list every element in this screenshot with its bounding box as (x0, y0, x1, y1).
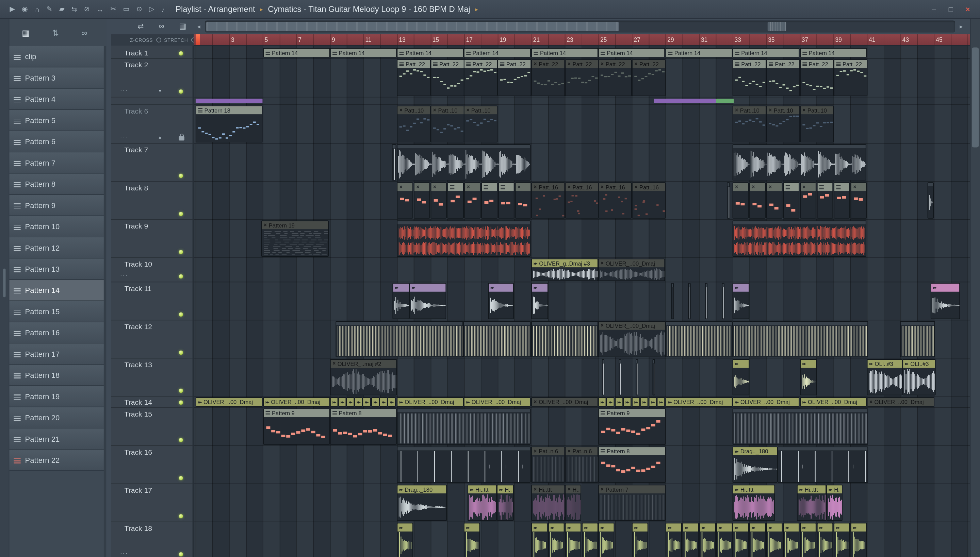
scroll-left-icon[interactable]: ◂ (194, 21, 204, 33)
pattern-item-pattern-14[interactable]: Pattern 14 (10, 280, 104, 301)
clip-muted-icon[interactable]: × (735, 184, 738, 190)
clip-audio-icon[interactable]: ▸▸ (395, 285, 398, 290)
clip-patt-10[interactable]: ×Patt..10 (464, 106, 498, 142)
clip-muted-icon[interactable]: × (601, 487, 604, 492)
track-name[interactable]: Track 12 (124, 323, 152, 331)
clip[interactable] (635, 359, 638, 396)
clip-muted-icon[interactable]: × (735, 107, 738, 113)
pattern-item-pattern-3[interactable]: Pattern 3 (10, 67, 104, 88)
clip-muted-icon[interactable]: × (400, 107, 403, 113)
clip[interactable]: × (464, 182, 481, 219)
clip-menu-icon[interactable] (484, 185, 488, 189)
clip[interactable] (397, 144, 531, 181)
clip-muted-icon[interactable]: × (601, 61, 604, 67)
clip-menu-icon[interactable] (769, 62, 773, 66)
collapsed-track-clip[interactable] (654, 99, 716, 103)
clip-audio-icon[interactable]: ▸▸ (735, 525, 738, 530)
clip-muted-icon[interactable]: × (568, 448, 571, 454)
clip[interactable]: ▸▸ (623, 397, 631, 407)
app-logo-icon[interactable]: ◉ (22, 5, 28, 13)
clip[interactable] (619, 359, 621, 396)
clip[interactable] (602, 359, 604, 396)
clip[interactable] (722, 283, 724, 319)
clip-pattern-7[interactable]: ×Pattern 7 (598, 485, 666, 521)
track-mute-led[interactable] (179, 514, 183, 519)
left-scroll-handle[interactable] (3, 269, 5, 297)
clip-pattern-14[interactable]: Pattern 14 (330, 48, 397, 57)
clip[interactable]: ▸▸ (409, 283, 446, 319)
clip-patt-22[interactable]: Patt..22 (800, 59, 834, 96)
collapsed-tracks-dots[interactable]: ··· (120, 133, 128, 140)
track-header-clip[interactable] (111, 98, 193, 105)
clip-patt-22[interactable]: ×Patt..22 (531, 59, 565, 96)
clip-audio-icon[interactable]: ▸▸ (660, 399, 662, 404)
clip[interactable]: ▸▸ (464, 523, 480, 557)
collapsed-track-clip[interactable] (196, 99, 263, 103)
track-header-track-16[interactable]: Track 16 (111, 446, 193, 484)
patterns-grid-icon[interactable]: ▦ (22, 28, 29, 37)
clip-menu-icon[interactable] (198, 108, 203, 112)
clip-oliver-00-dmaj[interactable]: ▸▸OLIVER_..00_Dmaj (800, 397, 867, 407)
clip-pattern-14[interactable]: Pattern 14 (800, 48, 867, 57)
lock-icon[interactable] (179, 136, 185, 140)
clip-menu-icon[interactable] (332, 411, 337, 415)
clip-menu-icon[interactable] (786, 185, 790, 189)
clip-oliver-00-dmaj[interactable]: ▸▸OLIVER_..00_Dmaj (196, 397, 263, 407)
clip[interactable] (733, 409, 868, 445)
clip-oliver-00-dmaj[interactable]: ▸▸OLIVER_..00_Dmaj (263, 397, 330, 407)
track-header-track-17[interactable]: Track 17 (111, 484, 193, 522)
monitor-speaker-icon[interactable]: ♪ (161, 5, 165, 13)
clip-muted-icon[interactable]: × (534, 184, 537, 190)
track-mute-led[interactable] (179, 400, 183, 404)
clip-patt-22[interactable]: Patt..22 (464, 59, 498, 96)
clip[interactable]: ▸▸ (749, 523, 766, 557)
clip[interactable]: ▸▸ (531, 523, 547, 557)
clip-oliver-00-dmaj[interactable]: ▸▸OLIVER_..00_Dmaj (397, 397, 464, 407)
track-mute-led[interactable] (179, 274, 183, 278)
pattern-item-pattern-6[interactable]: Pattern 6 (10, 131, 104, 152)
clip-muted-icon[interactable]: × (869, 399, 872, 405)
clip-drag-180[interactable]: ▸▸Drag.._180 (397, 485, 447, 521)
clip[interactable] (397, 409, 531, 445)
clip-muted-icon[interactable]: × (534, 61, 537, 67)
clip-menu-icon[interactable] (735, 50, 740, 55)
track-header-track-15[interactable]: Track 15 (111, 408, 193, 446)
clip-audio-icon[interactable]: ▸▸ (382, 399, 384, 404)
track-name[interactable]: Track 1 (124, 49, 149, 57)
clip-hi-ttt[interactable]: ▸▸Hi..ttt (467, 485, 497, 521)
pattern-item-pattern-17[interactable]: Pattern 17 (10, 344, 104, 365)
clip-pattern-14[interactable]: Pattern 14 (733, 48, 800, 57)
zcross-toggle[interactable] (156, 37, 161, 42)
clip-menu-icon[interactable] (332, 50, 337, 55)
clip-audio-icon[interactable]: ▸▸ (769, 525, 771, 530)
clip[interactable] (397, 220, 531, 257)
clip-oliver-00-dmaj[interactable]: ×OLIVER_..00_Dmaj (531, 397, 598, 407)
pattern-item-pattern-7[interactable]: Pattern 7 (10, 152, 104, 173)
minimize-button[interactable]: – (932, 5, 936, 14)
clip-hi-ttt[interactable]: ▸▸Hi..ttt (733, 485, 775, 521)
clip-patt-10[interactable]: ×Patt..10 (397, 106, 430, 142)
clip[interactable] (666, 321, 733, 357)
clip[interactable] (727, 182, 730, 219)
arrange-swap-icon[interactable]: ⇄ (137, 22, 144, 31)
clip[interactable] (397, 446, 531, 483)
clip-pattern-14[interactable]: Pattern 14 (464, 48, 531, 57)
clip-menu-icon[interactable] (501, 185, 505, 189)
clip-muted-icon[interactable]: × (601, 323, 604, 329)
clip-audio-icon[interactable]: ▸▸ (836, 525, 839, 530)
clip[interactable]: ▸▸ (766, 523, 782, 557)
playback-tool-icon[interactable]: ▷ (149, 5, 155, 13)
horizontal-scrollbar-thumb[interactable] (206, 22, 619, 31)
clip-audio-icon[interactable]: ▸▸ (626, 399, 629, 404)
clip-patt-16[interactable]: ×Patt..16 (565, 182, 599, 219)
clip-muted-icon[interactable]: × (534, 448, 537, 454)
breadcrumb-section[interactable]: Playlist - Arrangement (176, 5, 255, 14)
clip-menu-icon[interactable] (466, 62, 470, 66)
clip-audio-icon[interactable]: ▸▸ (400, 399, 402, 404)
pattern-item-pattern-19[interactable]: Pattern 19 (10, 386, 104, 407)
track-name[interactable]: Track 10 (124, 261, 152, 268)
clip-audio-icon[interactable]: ▸▸ (400, 525, 402, 530)
pattern-item-pattern-16[interactable]: Pattern 16 (10, 322, 104, 344)
clip[interactable]: ▸▸ (598, 523, 614, 557)
clip-patt-16[interactable]: ×Patt..16 (598, 182, 632, 219)
